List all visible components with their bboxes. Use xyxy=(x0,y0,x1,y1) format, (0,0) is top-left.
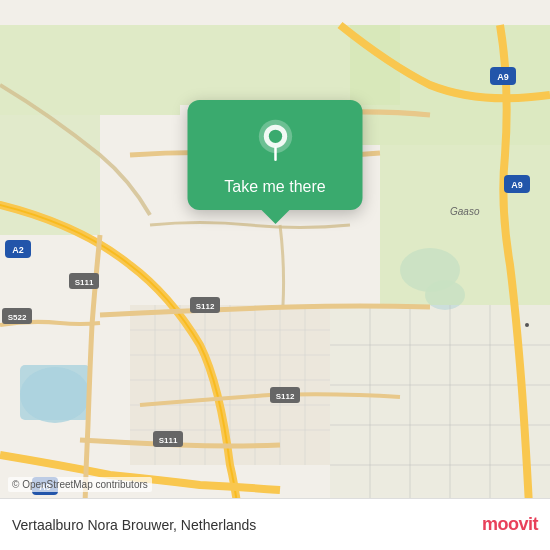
svg-text:S111: S111 xyxy=(159,436,178,445)
svg-text:S522: S522 xyxy=(8,313,27,322)
popup-card: Take me there xyxy=(188,100,363,210)
svg-rect-6 xyxy=(350,25,550,145)
moovit-brand-text: moovit xyxy=(482,514,538,535)
svg-point-54 xyxy=(525,323,529,327)
take-me-there-button[interactable]: Take me there xyxy=(224,178,325,196)
location-name: Vertaalburo Nora Brouwer, Netherlands xyxy=(12,517,256,533)
svg-point-57 xyxy=(268,130,281,143)
svg-text:A9: A9 xyxy=(497,72,509,82)
moovit-logo: moovit xyxy=(482,514,538,535)
map-container: A2 A9 A9 A9 S112 S113 S111 S111 S112 S11… xyxy=(0,0,550,550)
svg-point-3 xyxy=(20,367,90,423)
svg-text:S112: S112 xyxy=(196,302,215,311)
svg-text:S112: S112 xyxy=(276,392,295,401)
svg-text:S111: S111 xyxy=(75,278,94,287)
bottom-bar: Vertaalburo Nora Brouwer, Netherlands mo… xyxy=(0,498,550,550)
svg-text:A9: A9 xyxy=(511,180,523,190)
svg-rect-7 xyxy=(380,145,550,305)
svg-text:A2: A2 xyxy=(12,245,24,255)
svg-text:Gaaso: Gaaso xyxy=(450,206,480,217)
location-pin-icon xyxy=(250,118,300,168)
map-svg: A2 A9 A9 A9 S112 S113 S111 S111 S112 S11… xyxy=(0,0,550,550)
copyright-notice: © OpenStreetMap contributors xyxy=(8,477,152,492)
